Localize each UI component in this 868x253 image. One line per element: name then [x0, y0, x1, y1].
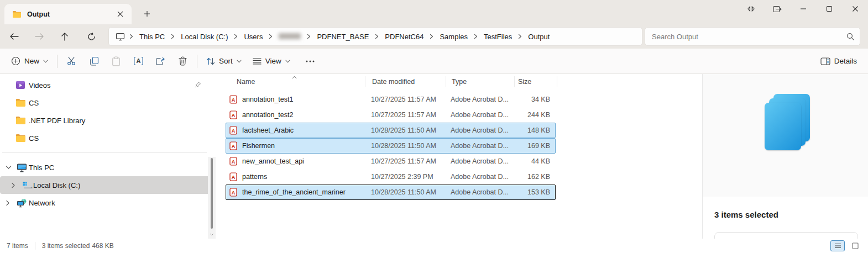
sidebar-item-cs-1[interactable]: CS	[0, 94, 216, 112]
view-list-icon	[253, 57, 262, 65]
sidebar-item-net-pdf-library[interactable]: .NET PDF Library	[0, 112, 216, 129]
details-pane: 3 items selected	[703, 74, 868, 239]
sidebar-scrollbar[interactable]	[208, 157, 216, 239]
breadcrumb-item-samples[interactable]: Samples	[435, 31, 473, 43]
up-button[interactable]	[55, 28, 74, 45]
rename-button[interactable]: A	[127, 51, 149, 71]
refresh-button[interactable]	[82, 28, 101, 45]
this-pc-icon	[112, 33, 128, 41]
search-icon[interactable]	[846, 33, 854, 40]
file-date-cell: 10/27/2025 11:57 AM	[365, 157, 446, 165]
chevron-down-icon	[237, 60, 242, 63]
split-view-icon[interactable]	[738, 0, 764, 18]
navigation-pane: Videos CS .NET PDF Library	[0, 74, 216, 239]
sidebar-item-this-pc[interactable]: This PC	[0, 159, 216, 176]
chevron-right-icon[interactable]	[473, 34, 479, 39]
chevron-right-icon[interactable]	[374, 34, 380, 39]
see-more-button[interactable]	[299, 51, 321, 71]
trash-icon	[179, 56, 187, 66]
search-input[interactable]	[652, 33, 846, 41]
maximize-icon[interactable]	[816, 0, 842, 18]
file-explorer-window: Output	[0, 0, 868, 253]
chevron-right-icon[interactable]	[6, 200, 12, 206]
details-view-toggle[interactable]	[830, 240, 845, 251]
file-date-cell: 10/27/2025 11:57 AM	[365, 96, 446, 103]
new-tab-button[interactable]	[139, 7, 155, 21]
chevron-down-icon[interactable]	[6, 165, 12, 170]
breadcrumb-item-output[interactable]: Output	[523, 31, 555, 43]
chevron-right-icon[interactable]	[170, 34, 176, 39]
open-side-pane-icon[interactable]	[764, 0, 790, 18]
chevron-right-icon[interactable]	[517, 34, 523, 39]
file-size-cell: 169 KB	[515, 142, 552, 150]
new-button[interactable]: New	[6, 52, 54, 70]
file-row[interactable]: Apatterns 10/27/2025 2:39 PM Adobe Acrob…	[226, 169, 556, 185]
scrollbar-thumb[interactable]	[211, 158, 213, 229]
this-pc-monitor-icon	[17, 163, 27, 172]
network-icon	[17, 198, 27, 208]
chevron-right-icon[interactable]	[11, 182, 18, 188]
sidebar-item-cs-2[interactable]: CS	[0, 129, 216, 147]
sort-button[interactable]: Sort	[201, 53, 247, 70]
file-row-selected[interactable]: Afactsheet_Arabic 10/28/2025 11:50 AM Ad…	[226, 123, 556, 138]
cut-button[interactable]	[61, 51, 83, 71]
file-size-cell: 244 KB	[515, 111, 552, 119]
minimize-icon[interactable]	[790, 0, 816, 18]
chevron-right-icon[interactable]	[128, 34, 134, 39]
pdf-file-icon: A	[229, 188, 237, 197]
pdf-file-icon: A	[229, 110, 237, 119]
chevron-right-icon[interactable]	[268, 34, 274, 39]
title-bar: Output	[0, 0, 868, 24]
file-row[interactable]: Aannotation_test1 10/27/2025 11:57 AM Ad…	[226, 92, 556, 107]
details-pane-icon	[820, 57, 830, 65]
breadcrumb-item-pdfnet-base[interactable]: PDFNET_BASE	[312, 31, 374, 43]
sidebar-item-videos[interactable]: Videos	[0, 76, 216, 94]
new-button-label: New	[24, 57, 39, 65]
file-name-cell: Aannotation_test1	[226, 95, 365, 104]
chevron-right-icon[interactable]	[233, 34, 239, 39]
breadcrumb-item-user-redacted[interactable]	[274, 31, 306, 43]
copy-button[interactable]	[83, 51, 105, 71]
large-icons-view-toggle[interactable]	[848, 240, 862, 251]
breadcrumb-item-pdfnetc64[interactable]: PDFNetC64	[380, 31, 428, 43]
back-button[interactable]	[4, 28, 23, 45]
chevron-right-icon[interactable]	[428, 34, 435, 39]
file-name-cell: Aannotation_test2	[226, 110, 365, 119]
breadcrumb-item-local-disk[interactable]: Local Disk (C:)	[176, 31, 233, 43]
file-row-selected[interactable]: AFishermen 10/28/2025 11:50 AM Adobe Acr…	[226, 138, 556, 154]
see-more-icon	[306, 60, 315, 62]
sidebar-item-network[interactable]: Network	[0, 194, 216, 212]
file-type-cell: Adobe Acrobat D...	[446, 126, 515, 134]
pin-icon	[195, 81, 201, 89]
column-header-size[interactable]: Size	[514, 76, 557, 87]
file-row[interactable]: Aannotation_test2 10/27/2025 11:57 AM Ad…	[226, 107, 556, 123]
breadcrumb-item-this-pc[interactable]: This PC	[134, 31, 170, 43]
delete-button[interactable]	[171, 51, 194, 71]
sidebar-item-local-disk-c[interactable]: Local Disk (C:)	[0, 176, 216, 194]
view-button[interactable]: View	[247, 53, 296, 69]
column-header-type[interactable]: Type	[446, 76, 514, 87]
forward-button[interactable]	[30, 28, 49, 45]
chevron-right-icon[interactable]	[306, 34, 312, 39]
file-row-selected-focused[interactable]: Athe_rime_of_the_ancient_mariner 10/28/2…	[226, 185, 556, 200]
close-window-icon[interactable]	[842, 0, 868, 18]
address-bar[interactable]: This PC Local Disk (C:) Users PDFNET_BAS…	[108, 27, 642, 46]
close-tab-icon[interactable]	[113, 7, 127, 22]
column-header-date-modified[interactable]: Date modified	[365, 76, 446, 87]
scrollbar-down-icon[interactable]	[208, 231, 215, 238]
file-type-cell: Adobe Acrobat D...	[446, 96, 515, 103]
explorer-tab-output[interactable]: Output	[4, 4, 132, 24]
file-row[interactable]: Anew_annot_test_api 10/27/2025 11:57 AM …	[226, 154, 556, 169]
breadcrumb-item-testfiles[interactable]: TestFiles	[479, 31, 517, 43]
folder-icon	[12, 10, 22, 18]
file-date-cell: 10/28/2025 11:50 AM	[365, 142, 446, 150]
share-button[interactable]	[149, 51, 171, 71]
share-icon	[155, 56, 165, 66]
search-box[interactable]	[645, 27, 860, 46]
file-name-cell: AFishermen	[226, 141, 365, 150]
paste-button[interactable]	[105, 51, 127, 71]
file-date-cell: 10/27/2025 11:57 AM	[365, 111, 446, 119]
breadcrumb-item-users[interactable]: Users	[239, 31, 268, 43]
main-content: Videos CS .NET PDF Library	[0, 74, 868, 239]
details-pane-button[interactable]: Details	[815, 53, 862, 69]
